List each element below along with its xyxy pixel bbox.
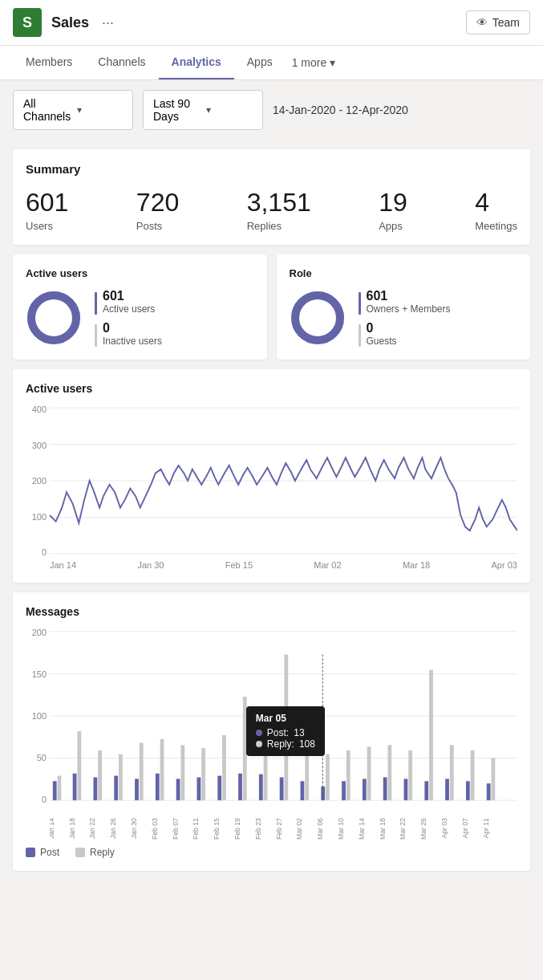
stat-users-value: 601 bbox=[26, 189, 68, 217]
svg-rect-25 bbox=[160, 739, 164, 800]
channel-dropdown-icon: ▾ bbox=[77, 104, 123, 116]
summary-card: Summary 601 Users 720 Posts 3,151 Replie… bbox=[13, 149, 530, 245]
tooltip-reply-label: Reply: bbox=[267, 738, 294, 750]
x-label-feb15: Feb 15 bbox=[225, 560, 253, 570]
stat-posts-label: Posts bbox=[136, 220, 179, 232]
svg-text:Mar 18: Mar 18 bbox=[379, 818, 387, 840]
role-donut-content: 601 Owners + Members 0 Guests bbox=[290, 289, 518, 347]
svg-text:Mar 06: Mar 06 bbox=[316, 818, 324, 840]
svg-rect-48 bbox=[404, 779, 408, 801]
stat-meetings-label: Meetings bbox=[475, 220, 517, 232]
inactive-users-value: 0 bbox=[103, 321, 162, 335]
tooltip-post-label: Post: bbox=[267, 727, 289, 738]
svg-text:Mar 14: Mar 14 bbox=[358, 818, 366, 840]
svg-rect-22 bbox=[135, 779, 139, 801]
messages-chart-title: Messages bbox=[26, 605, 517, 618]
svg-rect-52 bbox=[445, 779, 449, 801]
role-legend-primary: 601 Owners + Members bbox=[359, 289, 451, 315]
svg-text:Feb 27: Feb 27 bbox=[275, 818, 283, 840]
active-users-card-title: Active users bbox=[26, 267, 254, 279]
stat-apps-value: 19 bbox=[379, 189, 407, 217]
svg-text:Jan 30: Jan 30 bbox=[130, 818, 138, 839]
svg-text:Mar 10: Mar 10 bbox=[337, 818, 345, 840]
tab-apps[interactable]: Apps bbox=[234, 46, 286, 79]
svg-text:Mar 02: Mar 02 bbox=[295, 818, 303, 840]
tab-channels[interactable]: Channels bbox=[85, 46, 158, 79]
messages-chart-card: Messages 200 150 100 50 0 Mar 05 Post: 1… bbox=[13, 592, 530, 871]
svg-text:Jan 18: Jan 18 bbox=[68, 818, 76, 839]
bar-y-150: 150 bbox=[26, 669, 47, 679]
svg-rect-38 bbox=[301, 781, 305, 800]
svg-rect-17 bbox=[77, 731, 81, 800]
role-card-title: Role bbox=[290, 267, 518, 279]
main-content: Summary 601 Users 720 Posts 3,151 Replie… bbox=[0, 140, 543, 880]
team-name-label: Sales bbox=[51, 14, 89, 31]
stat-replies-value: 3,151 bbox=[247, 189, 311, 217]
stat-replies: 3,151 Replies bbox=[247, 189, 311, 232]
active-users-donut bbox=[26, 290, 82, 346]
svg-rect-47 bbox=[387, 746, 391, 801]
team-avatar: S bbox=[13, 8, 42, 37]
tab-members[interactable]: Members bbox=[13, 46, 85, 79]
team-button[interactable]: 👁 Team bbox=[466, 10, 530, 35]
bar-y-0: 0 bbox=[26, 795, 47, 804]
role-primary-label: Owners + Members bbox=[367, 303, 451, 315]
active-users-legend: 601 Active users 0 Inactive users bbox=[95, 289, 162, 347]
team-button-label: Team bbox=[492, 16, 520, 29]
svg-rect-32 bbox=[238, 774, 242, 800]
legend-reply: Reply bbox=[75, 847, 115, 858]
role-legend-secondary: 0 Guests bbox=[359, 321, 451, 347]
chart-tooltip: Mar 05 Post: 13 Reply: 108 bbox=[246, 706, 325, 756]
svg-rect-57 bbox=[492, 758, 496, 801]
svg-rect-36 bbox=[280, 778, 284, 801]
role-secondary-label: Guests bbox=[367, 335, 397, 347]
svg-text:Feb 07: Feb 07 bbox=[172, 818, 180, 840]
active-users-donut-content: 601 Active users 0 Inactive users bbox=[26, 289, 254, 347]
role-donut-card: Role 601 Owners + Members bbox=[277, 254, 531, 360]
more-options-icon[interactable]: ··· bbox=[102, 14, 114, 31]
stat-apps: 19 Apps bbox=[379, 189, 407, 232]
svg-rect-55 bbox=[471, 750, 475, 800]
legend-post-color bbox=[26, 848, 35, 857]
bar-y-200: 200 bbox=[26, 628, 47, 637]
svg-text:Mar 26: Mar 26 bbox=[419, 818, 428, 840]
bar-y-100: 100 bbox=[26, 711, 47, 721]
svg-text:Feb 03: Feb 03 bbox=[151, 818, 159, 840]
channel-filter-label: All Channels bbox=[23, 97, 71, 123]
tooltip-post-dot bbox=[256, 730, 262, 736]
svg-text:Apr 03: Apr 03 bbox=[440, 818, 448, 839]
svg-text:Apr 07: Apr 07 bbox=[461, 818, 469, 839]
svg-rect-29 bbox=[201, 748, 205, 800]
svg-rect-51 bbox=[429, 670, 433, 800]
y-label-200: 200 bbox=[26, 476, 47, 486]
stat-meetings-value: 4 bbox=[475, 189, 517, 217]
tab-analytics[interactable]: Analytics bbox=[159, 46, 234, 79]
svg-text:Apr 11: Apr 11 bbox=[482, 818, 490, 839]
legend-reply-color bbox=[75, 848, 85, 857]
active-users-value: 601 bbox=[103, 289, 155, 303]
role-donut bbox=[290, 290, 346, 346]
active-users-chart-card: Active users 400 300 200 100 0 bbox=[13, 369, 530, 583]
svg-rect-21 bbox=[119, 754, 123, 800]
x-label-apr03: Apr 03 bbox=[492, 560, 517, 570]
role-secondary-value: 0 bbox=[367, 321, 397, 335]
header-left: S Sales ··· bbox=[13, 8, 114, 37]
y-label-300: 300 bbox=[26, 441, 47, 450]
more-tabs-button[interactable]: 1 more ▾ bbox=[286, 46, 342, 79]
active-users-chart-title: Active users bbox=[26, 382, 517, 395]
svg-text:Feb 19: Feb 19 bbox=[233, 818, 241, 840]
role-secondary-item: 0 Guests bbox=[367, 321, 397, 347]
active-users-label: Active users bbox=[103, 303, 155, 315]
channel-filter[interactable]: All Channels ▾ bbox=[13, 90, 133, 130]
date-filter[interactable]: Last 90 Days ▾ bbox=[143, 90, 263, 130]
svg-rect-30 bbox=[217, 776, 221, 801]
svg-rect-26 bbox=[176, 779, 180, 801]
stat-users-label: Users bbox=[26, 220, 68, 232]
svg-rect-27 bbox=[180, 746, 184, 801]
header: S Sales ··· 👁 Team bbox=[0, 0, 543, 46]
svg-rect-50 bbox=[424, 781, 428, 800]
role-primary-item: 601 Owners + Members bbox=[367, 289, 451, 315]
active-users-line-chart bbox=[50, 405, 517, 557]
x-label-jan30: Jan 30 bbox=[137, 560, 164, 570]
role-secondary-bar bbox=[359, 324, 361, 347]
